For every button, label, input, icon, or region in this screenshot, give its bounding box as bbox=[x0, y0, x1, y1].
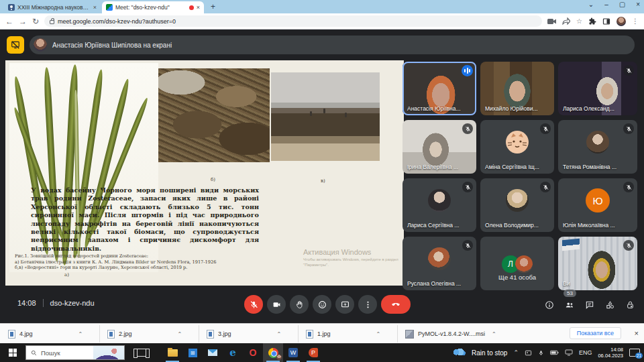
reactions-button[interactable] bbox=[313, 295, 331, 314]
folder-icon bbox=[168, 349, 178, 357]
tab-media-icon[interactable] bbox=[547, 18, 556, 25]
slide-paragraph: У водах басейну Чорного моря поширені ви… bbox=[31, 186, 259, 253]
close-downloads-bar-icon[interactable]: × bbox=[635, 329, 639, 337]
teams-tray-icon[interactable] bbox=[525, 349, 532, 357]
meeting-details-button[interactable] bbox=[542, 298, 557, 312]
self-view-tile[interactable]: Ви bbox=[558, 237, 637, 290]
more-options-button[interactable] bbox=[358, 295, 377, 314]
conference-favicon bbox=[8, 4, 15, 11]
tab-label: XXIII Міжнародна науково-пра bbox=[17, 4, 91, 11]
recording-indicator-icon bbox=[189, 5, 194, 10]
tab-meet[interactable]: Meet: "dso-kzev-ndu" × bbox=[102, 1, 204, 13]
windows-activation-watermark: Активация Windows Чтобы активировать Win… bbox=[303, 248, 404, 267]
taskbar-clock[interactable]: 14:08 06.04.2023 bbox=[598, 347, 623, 359]
share-icon[interactable] bbox=[562, 17, 570, 25]
tab-close-icon[interactable]: × bbox=[93, 4, 97, 11]
weather-text[interactable]: Rain to stop bbox=[472, 349, 507, 357]
participant-tile[interactable]: Ірина Валеріївна ... bbox=[402, 120, 476, 174]
slide-photo-beach bbox=[271, 72, 380, 161]
chrome-profile-badge bbox=[276, 355, 282, 360]
browser-tabstrip: XXIII Міжнародна науково-пра × Meet: "ds… bbox=[0, 0, 644, 13]
taskbar-search-input[interactable]: Пошук bbox=[25, 345, 125, 360]
new-tab-button[interactable]: + bbox=[211, 2, 215, 11]
participant-tile[interactable]: Ю Юлія Миколаївна ... bbox=[558, 178, 637, 232]
participant-tile[interactable]: Тетяна Романівна ... bbox=[558, 120, 637, 174]
store-icon: ⊞ bbox=[189, 349, 197, 357]
edge-icon: e bbox=[229, 347, 236, 359]
participant-tile[interactable]: Михайло Юрійови... bbox=[480, 62, 554, 115]
host-controls-button[interactable] bbox=[623, 298, 637, 312]
download-menu-chevron-icon[interactable]: ⌃ bbox=[277, 331, 282, 337]
overflow-tile[interactable]: Л Ще 41 особа bbox=[480, 237, 554, 290]
opera-button[interactable]: O bbox=[243, 343, 263, 362]
minimize-icon[interactable]: – bbox=[604, 1, 608, 8]
mail-button[interactable] bbox=[203, 343, 223, 362]
participant-tile[interactable]: Лариса Сергіївна ... bbox=[402, 178, 476, 232]
tab-conference[interactable]: XXIII Міжнародна науково-пра × bbox=[4, 1, 101, 13]
reload-icon[interactable]: ↻ bbox=[32, 17, 39, 26]
participant-tile[interactable]: Аміна Сергіївна Іщ... bbox=[480, 120, 554, 174]
file-explorer-button[interactable] bbox=[162, 343, 182, 362]
shared-screen-slide: а) б) в) У водах басейну Чорного моря по… bbox=[5, 60, 404, 286]
maximize-icon[interactable]: ▢ bbox=[619, 1, 625, 8]
presenting-banner-text: Анастасія Юріївна Шипілова на екрані bbox=[52, 42, 172, 49]
download-item[interactable]: PyMOL-v1.8.4.2-W....msi ⌃ bbox=[405, 326, 496, 341]
window-menu-icon[interactable]: ⌄ bbox=[588, 1, 594, 8]
url-text: meet.google.com/dso-kzev-ndu?authuser=0 bbox=[58, 18, 176, 25]
side-panel-icon[interactable] bbox=[602, 17, 610, 25]
activities-button[interactable] bbox=[602, 298, 617, 312]
download-item[interactable]: 2.jpg ⌃ bbox=[107, 326, 182, 341]
mic-toggle-button[interactable] bbox=[244, 295, 263, 314]
participant-tile[interactable]: Олена Володимир... bbox=[480, 178, 554, 232]
stop-presenting-icon[interactable] bbox=[7, 36, 24, 54]
leave-call-button[interactable] bbox=[381, 295, 411, 314]
bookmark-star-icon[interactable]: ☆ bbox=[576, 17, 582, 25]
download-menu-chevron-icon[interactable]: ⌃ bbox=[492, 331, 496, 337]
word-button[interactable]: W bbox=[283, 343, 303, 362]
meet-app: Анастасія Юріївна Шипілова на екрані а) … bbox=[0, 29, 644, 323]
participant-tile[interactable]: Руслана Олегівна ... bbox=[402, 237, 476, 290]
weather-icon[interactable] bbox=[452, 349, 466, 357]
edge-button[interactable]: e bbox=[223, 343, 243, 362]
profile-avatar[interactable] bbox=[616, 17, 626, 26]
battery-icon[interactable] bbox=[550, 349, 559, 356]
show-people-button[interactable] bbox=[562, 298, 577, 312]
search-icon bbox=[31, 350, 37, 356]
raise-hand-button[interactable] bbox=[290, 295, 309, 314]
show-all-downloads-button[interactable]: Показати все bbox=[570, 327, 621, 339]
chat-button[interactable] bbox=[582, 298, 597, 312]
powerpoint-icon: P bbox=[309, 348, 318, 357]
microsoft-store-button[interactable]: ⊞ bbox=[182, 343, 203, 362]
chrome-button[interactable] bbox=[263, 343, 283, 362]
hidden-icons-chevron-icon[interactable]: ⌃ bbox=[513, 349, 519, 356]
mic-off-icon bbox=[623, 182, 634, 192]
back-icon[interactable]: ← bbox=[5, 17, 13, 26]
figure-label-b: б) bbox=[211, 177, 215, 182]
download-item[interactable]: 4.jpg ⌃ bbox=[8, 326, 83, 341]
download-item[interactable]: 1.jpg ⌃ bbox=[306, 326, 380, 341]
download-menu-chevron-icon[interactable]: ⌃ bbox=[78, 331, 83, 337]
tab-close-icon[interactable]: × bbox=[197, 4, 200, 11]
download-item[interactable]: 3.jpg ⌃ bbox=[207, 326, 281, 341]
network-display-icon[interactable] bbox=[565, 349, 573, 356]
task-view-button[interactable] bbox=[131, 343, 152, 362]
participant-tile[interactable]: Анастасія Юріївна... bbox=[402, 62, 476, 115]
download-menu-chevron-icon[interactable]: ⌃ bbox=[376, 331, 381, 337]
image-file-icon bbox=[107, 330, 115, 339]
language-indicator[interactable]: ENG bbox=[579, 349, 592, 356]
start-button[interactable] bbox=[0, 343, 25, 362]
camera-toggle-button[interactable] bbox=[267, 295, 286, 314]
browser-menu-icon[interactable]: ⋮ bbox=[632, 17, 639, 25]
extensions-puzzle-icon[interactable] bbox=[588, 17, 596, 25]
mic-off-icon bbox=[462, 182, 473, 192]
forward-icon[interactable]: → bbox=[19, 17, 27, 26]
close-icon[interactable]: × bbox=[636, 1, 640, 8]
download-menu-chevron-icon[interactable]: ⌃ bbox=[178, 331, 182, 337]
address-bar[interactable]: meet.google.com/dso-kzev-ndu?authuser=0 bbox=[44, 15, 542, 27]
present-screen-button[interactable] bbox=[335, 295, 354, 314]
microphone-tray-icon[interactable] bbox=[538, 349, 544, 357]
notifications-icon[interactable]: 21 bbox=[629, 349, 640, 357]
browser-toolbar: ← → ↻ meet.google.com/dso-kzev-ndu?authu… bbox=[0, 13, 644, 29]
powerpoint-button[interactable]: P bbox=[303, 343, 323, 362]
participant-tile[interactable]: Лариса Олександ... bbox=[558, 62, 637, 115]
